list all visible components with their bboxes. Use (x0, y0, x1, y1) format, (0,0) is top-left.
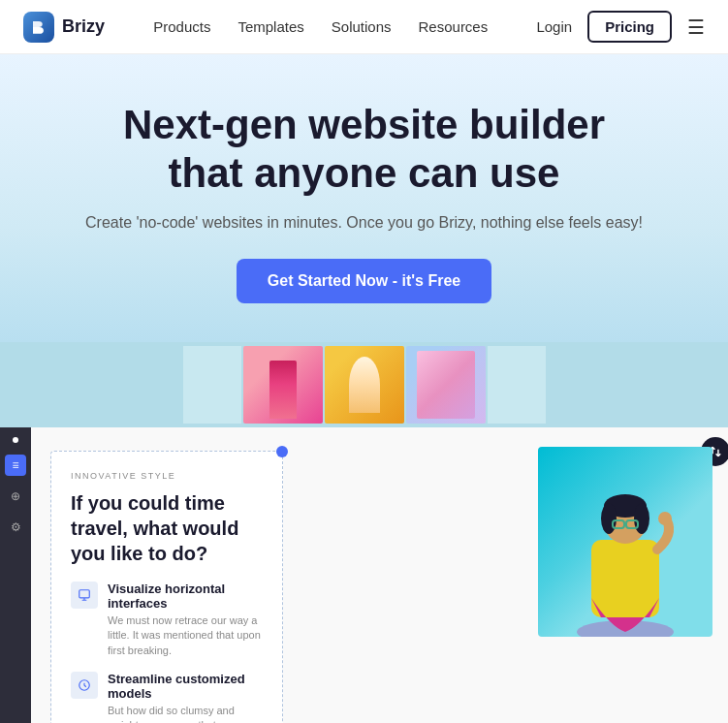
card-item-1-body: We must now retrace our way a little. It… (108, 613, 263, 658)
strip-image-lipstick (243, 346, 323, 424)
hero-section: Next-gen website builder that anyone can… (0, 54, 728, 342)
cta-button[interactable]: Get Started Now - it's Free (237, 259, 491, 303)
navbar: Brizy Products Templates Solutions Resou… (0, 0, 728, 54)
hero-subtitle: Create 'no-code' websites in minutes. On… (23, 214, 705, 232)
svg-rect-0 (79, 590, 90, 598)
content-card: INNOVATIVE STYLE If you could time trave… (50, 451, 283, 723)
logo-icon (23, 12, 54, 43)
card-item-2-text: Streamline customized models But how did… (108, 672, 263, 723)
strip-image-pink (406, 346, 486, 424)
card-item-2-title: Streamline customized models (108, 672, 263, 701)
strip-placeholder-left (183, 346, 241, 424)
pricing-button[interactable]: Pricing (587, 11, 672, 43)
card-item-2: Streamline customized models But how did… (71, 672, 263, 723)
card-title: If you could time travel, what would you… (71, 490, 263, 566)
card-row: INNOVATIVE STYLE If you could time trave… (50, 451, 709, 723)
nav-products[interactable]: Products (153, 18, 210, 35)
card-item-1-icon (71, 582, 98, 609)
sidebar-add-icon[interactable]: ⊕ (5, 486, 26, 507)
resize-handle[interactable] (276, 446, 288, 457)
editor-area: ≡ ⊕ ⚙ 💬 ≡ ⠿ INNOVATIVE STYLE If you coul… (0, 427, 728, 723)
card-item-1: Visualize horizontal interfaces We must … (71, 582, 263, 658)
card-item-1-title: Visualize horizontal interfaces (108, 582, 263, 611)
nav-links: Products Templates Solutions Resources (153, 18, 488, 35)
login-button[interactable]: Login (536, 18, 572, 35)
nav-right: Login Pricing ☰ (536, 11, 705, 43)
hamburger-icon[interactable]: ☰ (687, 16, 705, 39)
strip-image-icecream (325, 346, 404, 424)
svg-point-6 (601, 503, 617, 534)
content-section: INNOVATIVE STYLE If you could time trave… (31, 427, 728, 723)
left-sidebar: ≡ ⊕ ⚙ 💬 ≡ ⠿ (0, 427, 31, 723)
logo[interactable]: Brizy (23, 12, 105, 43)
brand-name: Brizy (62, 16, 105, 37)
nav-solutions[interactable]: Solutions (332, 18, 392, 35)
strip-placeholder-right (488, 346, 546, 424)
nav-templates[interactable]: Templates (237, 18, 303, 35)
svg-rect-3 (591, 540, 659, 617)
sidebar-settings-icon[interactable]: ⚙ (5, 517, 26, 538)
card-label: INNOVATIVE STYLE (71, 471, 263, 481)
card-item-2-icon (71, 672, 98, 699)
card-item-2-body: But how did so clumsy and weighty a mass… (108, 704, 263, 723)
sidebar-dot (13, 437, 18, 443)
hero-title: Next-gen website builder that anyone can… (23, 101, 705, 199)
photo-block (538, 447, 712, 637)
card-item-1-text: Visualize horizontal interfaces We must … (108, 582, 263, 658)
svg-point-11 (658, 512, 672, 525)
svg-point-7 (634, 503, 649, 534)
sidebar-layers-icon[interactable]: ≡ (5, 455, 26, 476)
image-strip (0, 342, 728, 427)
nav-resources[interactable]: Resources (419, 18, 489, 35)
